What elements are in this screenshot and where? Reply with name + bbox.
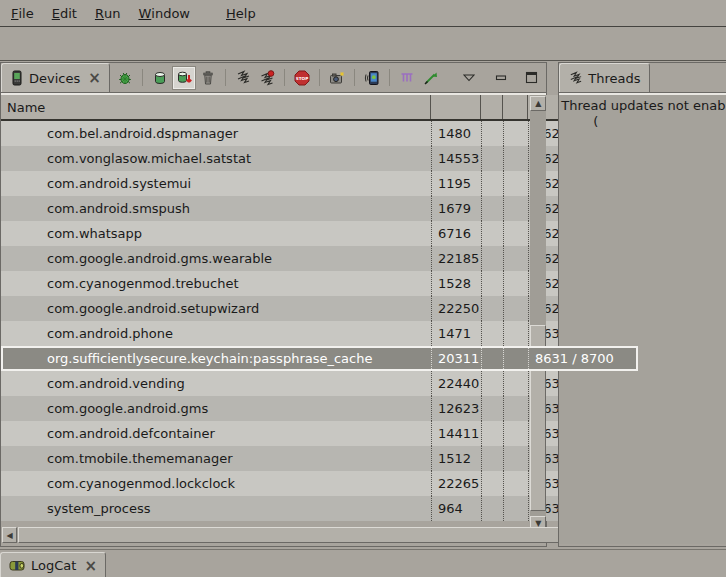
close-icon[interactable]: ×	[84, 560, 97, 572]
maximize-icon[interactable]	[520, 67, 542, 89]
tab-logcat[interactable]: LogCat ×	[0, 552, 106, 577]
empty-cell	[503, 421, 528, 446]
empty-cell	[503, 296, 528, 321]
empty-cell	[503, 396, 528, 421]
process-pid: 20311	[431, 346, 481, 371]
process-port: 8631 / 8700	[528, 346, 638, 371]
scroll-up-icon[interactable]: ▲	[530, 96, 546, 111]
empty-cell	[481, 321, 503, 346]
debug-icon[interactable]	[114, 67, 136, 89]
threads-panel: Threads Thread updates not enabled (	[558, 62, 726, 547]
menu-edit[interactable]: Edit	[43, 0, 86, 26]
process-name: com.android.smspush	[1, 196, 431, 221]
stop-icon[interactable]: STOP	[291, 67, 313, 89]
toolbar-separator	[354, 69, 355, 86]
threads-message-line2: (	[561, 114, 724, 130]
empty-cell	[503, 371, 528, 396]
empty-cell	[481, 471, 503, 496]
tab-devices-label: Devices	[29, 71, 80, 86]
toolbar-separator	[319, 69, 320, 86]
process-pid: 964	[431, 496, 481, 521]
logcat-icon	[9, 558, 26, 573]
tab-logcat-label: LogCat	[31, 558, 76, 573]
process-name: com.android.vending	[1, 371, 431, 396]
update-threads-icon[interactable]	[232, 67, 254, 89]
view-menu-icon[interactable]	[458, 67, 480, 89]
empty-cell	[503, 321, 528, 346]
empty-cell	[481, 296, 503, 321]
empty-cell	[481, 146, 503, 171]
empty-cell	[503, 471, 528, 496]
empty-cell	[481, 271, 503, 296]
devices-table: Name com.bel.android.dspmanager14808621c…	[1, 93, 546, 546]
column-header-empty[interactable]	[481, 95, 503, 119]
empty-cell	[503, 346, 528, 371]
tab-threads-label: Threads	[588, 71, 640, 86]
empty-cell	[503, 221, 528, 246]
empty-cell	[481, 121, 503, 146]
empty-cell	[503, 271, 528, 296]
empty-cell	[481, 396, 503, 421]
tab-devices[interactable]: Devices ×	[1, 63, 110, 92]
process-pid: 1528	[431, 271, 481, 296]
svg-text:STOP: STOP	[296, 75, 309, 80]
empty-cell	[503, 446, 528, 471]
empty-cell	[503, 146, 528, 171]
threads-tabbar: Threads	[559, 63, 726, 93]
empty-cell	[481, 346, 503, 371]
process-name: com.google.android.setupwizard	[1, 296, 431, 321]
process-pid: 1679	[431, 196, 481, 221]
logcat-panel: LogCat ×	[0, 549, 726, 577]
cause-gc-icon[interactable]	[197, 67, 219, 89]
process-pid: 22265	[431, 471, 481, 496]
dump-view-hierarchy-icon[interactable]	[396, 67, 418, 89]
process-pid: 14411	[431, 421, 481, 446]
threads-message-line1: Thread updates not enabled	[561, 98, 724, 114]
process-name: com.cyanogenmod.lockclock	[1, 471, 431, 496]
menu-help[interactable]: Help	[217, 0, 265, 26]
vertical-scrollbar[interactable]: ▲ ▼	[530, 95, 546, 531]
empty-cell	[481, 196, 503, 221]
toolbar-separator	[389, 69, 390, 86]
devices-tabbar: Devices ×	[1, 63, 546, 93]
column-header-pid[interactable]	[431, 95, 481, 119]
close-icon[interactable]: ×	[88, 72, 101, 84]
horizontal-scrollbar[interactable]: ◀ ▶	[2, 527, 638, 543]
process-pid: 1195	[431, 171, 481, 196]
process-pid: 22440	[431, 371, 481, 396]
update-heap-icon[interactable]	[149, 67, 171, 89]
process-name: com.google.android.gms.wearable	[1, 246, 431, 271]
empty-cell	[503, 196, 528, 221]
process-pid: 14553	[431, 146, 481, 171]
menu-file[interactable]: File	[2, 0, 43, 26]
process-name: com.android.defcontainer	[1, 421, 431, 446]
process-name: com.whatsapp	[1, 221, 431, 246]
menu-window[interactable]: Window	[129, 0, 199, 26]
screen-capture-icon[interactable]	[326, 67, 348, 89]
process-name: com.android.systemui	[1, 171, 431, 196]
process-pid: 12623	[431, 396, 481, 421]
column-header-empty[interactable]	[503, 95, 528, 119]
toolbar-separator	[142, 69, 143, 86]
empty-cell	[503, 121, 528, 146]
start-method-profiling-icon[interactable]	[256, 67, 278, 89]
toolbar-separator	[225, 69, 226, 86]
systrace-icon[interactable]	[420, 67, 442, 89]
empty-cell	[503, 171, 528, 196]
empty-cell	[481, 171, 503, 196]
empty-cell	[481, 221, 503, 246]
empty-cell	[503, 496, 528, 521]
process-name: com.vonglasow.michael.satstat	[1, 146, 431, 171]
menu-run[interactable]: Run	[86, 0, 130, 26]
toolbar-separator	[284, 69, 285, 86]
dump-hprof-icon[interactable]	[173, 67, 195, 89]
process-name: com.android.phone	[1, 321, 431, 346]
threads-content: Thread updates not enabled (	[559, 93, 726, 544]
rotate-screen-icon[interactable]	[361, 67, 383, 89]
minimize-icon[interactable]	[490, 67, 512, 89]
horizontal-scrollbar-thumb[interactable]	[18, 527, 619, 543]
scroll-left-icon[interactable]: ◀	[2, 527, 17, 543]
column-header-name[interactable]: Name	[1, 95, 431, 119]
tab-threads[interactable]: Threads	[559, 63, 649, 92]
table-row[interactable]: org.sufficientlysecure.keychain:passphra…	[1, 346, 638, 371]
